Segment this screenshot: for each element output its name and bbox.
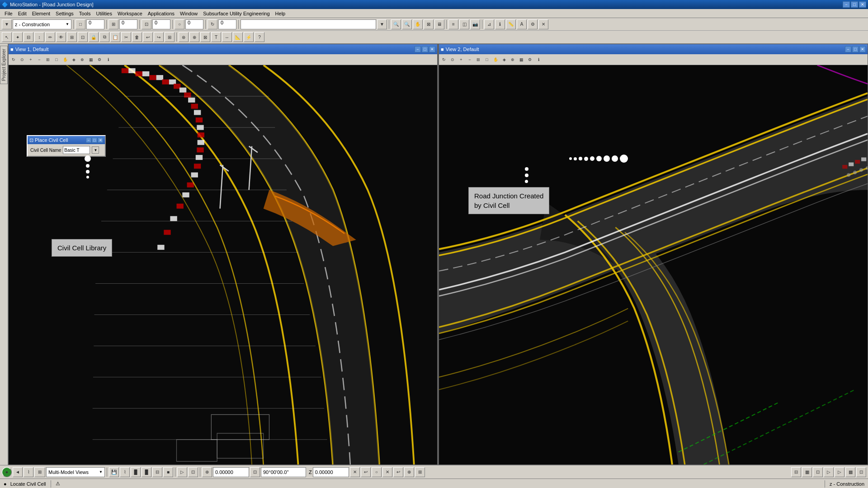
tb-circle-input[interactable]: 0: [185, 19, 203, 29]
v2-zoom-out[interactable]: −: [466, 56, 474, 64]
v1-info[interactable]: ℹ: [104, 56, 112, 64]
tb2-select[interactable]: ↖: [2, 32, 12, 42]
tb-layers[interactable]: ≡: [448, 19, 458, 29]
v2-snap[interactable]: ⊕: [509, 56, 517, 64]
tb2-delete[interactable]: 🗑: [132, 32, 142, 42]
menu-edit[interactable]: Edit: [15, 10, 29, 17]
menu-element[interactable]: Element: [29, 10, 53, 17]
tb-zoom-in[interactable]: 🔍: [391, 19, 401, 29]
tb2-change[interactable]: ⚡: [244, 32, 254, 42]
v1-rotate[interactable]: ↻: [9, 56, 18, 64]
bt-delete[interactable]: ✕: [350, 467, 360, 477]
bt-circle2[interactable]: ○: [372, 467, 382, 477]
tb-search-btn[interactable]: ▼: [377, 19, 387, 29]
cell-name-input[interactable]: [63, 146, 90, 154]
v1-zoom-in[interactable]: +: [27, 56, 35, 64]
tb-view-attrs[interactable]: ◫: [459, 19, 469, 29]
bt-r3[interactable]: ⊡: [813, 467, 823, 477]
bt-element1[interactable]: ▷: [177, 467, 187, 477]
tb2-group2[interactable]: ⊞: [165, 32, 175, 42]
bt-coord-x[interactable]: [213, 467, 249, 477]
tb-annotation[interactable]: A: [517, 19, 527, 29]
tb2-snap[interactable]: ⊛: [179, 32, 189, 42]
bt-r2[interactable]: ▦: [802, 467, 812, 477]
tb2-place-cell[interactable]: ⊠: [200, 32, 210, 42]
menu-workspace[interactable]: Workspace: [115, 10, 145, 17]
v1-orbit[interactable]: ⊙: [18, 56, 26, 64]
tb2-cut[interactable]: ✂: [121, 32, 131, 42]
bt-r4[interactable]: ▷: [824, 467, 834, 477]
bt-z-coord[interactable]: [313, 467, 349, 477]
v2-settings[interactable]: ⚙: [526, 56, 534, 64]
dialog-close[interactable]: ✕: [98, 137, 103, 143]
tb2-lock[interactable]: 🔒: [89, 32, 99, 42]
tb-grid[interactable]: ⊡: [142, 19, 151, 29]
tb2-paste[interactable]: 📋: [110, 32, 120, 42]
menu-settings[interactable]: Settings: [53, 10, 76, 17]
tb-rect[interactable]: □: [75, 19, 85, 29]
bt-x2[interactable]: ✕: [382, 467, 392, 477]
v1-zoom-out[interactable]: −: [35, 56, 43, 64]
tb2-pencil[interactable]: ✏: [45, 32, 55, 42]
tb2-snap2[interactable]: ⊕: [189, 32, 199, 42]
place-civil-cell-dialog[interactable]: ⊡ Place Civil Cell − □ ✕ Civil Cell Name: [27, 135, 106, 157]
bt-draw-line[interactable]: ⌇: [120, 467, 130, 477]
bt-end[interactable]: ⊞: [415, 467, 425, 477]
tb2-undo[interactable]: ↩: [143, 32, 153, 42]
v2-fit[interactable]: ⊞: [474, 56, 482, 64]
view2-min[interactable]: −: [845, 46, 851, 52]
construction-dropdown[interactable]: z - Construction ▼: [13, 19, 71, 29]
v2-info[interactable]: ℹ: [534, 56, 542, 64]
bt-snap2[interactable]: ⊕: [404, 467, 414, 477]
bt-coord2[interactable]: ⊡: [250, 467, 260, 477]
tb-camera[interactable]: 📷: [470, 19, 480, 29]
tb2-modify[interactable]: ↕: [34, 32, 44, 42]
bt-road[interactable]: ⌇: [24, 467, 33, 477]
multimodel-dropdown[interactable]: Multi-Model Views ▼: [46, 467, 105, 477]
v2-zoom-in[interactable]: +: [457, 56, 465, 64]
tb2-redo[interactable]: ↪: [154, 32, 164, 42]
bt-coord[interactable]: ⊕: [202, 467, 212, 477]
v1-fit[interactable]: ⊞: [44, 56, 52, 64]
tb2-point[interactable]: ✦: [13, 32, 23, 42]
bt-bar2[interactable]: ▐▌: [142, 467, 151, 477]
tb-circle[interactable]: ○: [175, 19, 184, 29]
view2-close[interactable]: ✕: [859, 46, 866, 52]
tb-3d-view[interactable]: 🖥: [434, 19, 444, 29]
v1-display[interactable]: ◈: [70, 56, 78, 64]
tb2-grid2[interactable]: ⊞: [67, 32, 77, 42]
tb-angle-input[interactable]: 0: [86, 19, 104, 29]
bt-color[interactable]: ■: [163, 467, 173, 477]
bt-element2[interactable]: ⊡: [188, 467, 198, 477]
toolbar-select[interactable]: ▼: [2, 19, 12, 29]
search-input[interactable]: [241, 19, 376, 29]
view1-min[interactable]: −: [415, 46, 421, 52]
bt-arrow[interactable]: ↩: [393, 467, 403, 477]
tb2-group[interactable]: ⊡: [78, 32, 88, 42]
minimize-button[interactable]: −: [843, 1, 850, 8]
sidebar-tab-project[interactable]: Project Explorer: [0, 46, 8, 84]
tb-info[interactable]: ℹ: [495, 19, 505, 29]
maximize-button[interactable]: □: [851, 1, 858, 8]
menu-window[interactable]: Window: [177, 10, 200, 17]
menu-help[interactable]: Help: [273, 10, 288, 17]
tb-measure[interactable]: 📏: [506, 19, 516, 29]
tb-place-input[interactable]: 0: [119, 19, 137, 29]
viewport-left[interactable]: ⊡ Place Civil Cell − □ ✕ Civil Cell Name: [9, 65, 437, 465]
bt-view-ctrl[interactable]: ⊟: [152, 467, 162, 477]
menu-applications[interactable]: Applications: [145, 10, 177, 17]
tb2-measure2[interactable]: 📐: [233, 32, 243, 42]
menu-utilities[interactable]: Utilities: [94, 10, 115, 17]
tb-rotate-input[interactable]: 0: [218, 19, 236, 29]
tb-settings2[interactable]: ⚙: [528, 19, 538, 29]
tb-rotate[interactable]: ↻: [208, 19, 217, 29]
v2-rotate[interactable]: ↻: [440, 56, 448, 64]
bt-r1[interactable]: ⊟: [791, 467, 801, 477]
tb-fit[interactable]: ⊠: [424, 19, 434, 29]
tb-pan[interactable]: ✋: [413, 19, 423, 29]
view1-close[interactable]: ✕: [429, 46, 435, 52]
tb-close-x[interactable]: ✕: [538, 19, 548, 29]
cell-browse-btn[interactable]: ▼: [92, 146, 99, 154]
tb2-copy[interactable]: ⧉: [99, 32, 109, 42]
menu-tools[interactable]: Tools: [76, 10, 94, 17]
